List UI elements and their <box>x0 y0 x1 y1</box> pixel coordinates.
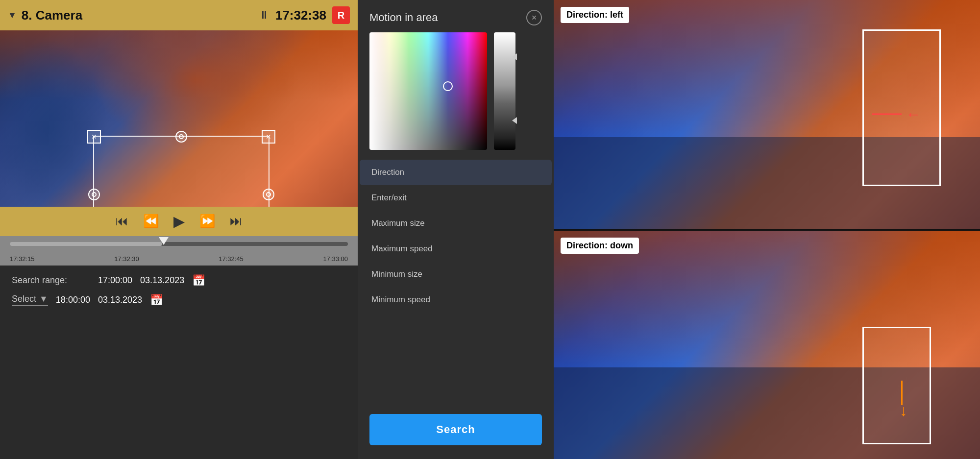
filter-item-min-size[interactable]: Minimum size <box>360 262 552 287</box>
playback-bar: ⏮ ⏪ ▶ ⏩ ⏭ <box>0 207 358 236</box>
hue-thumb-bottom[interactable] <box>512 117 517 124</box>
color-picker-area[interactable] <box>358 32 554 160</box>
edge-control-left[interactable] <box>88 189 100 200</box>
filter-list: Direction Enter/exit Maximum size Maximu… <box>358 160 554 404</box>
skip-back-button[interactable]: ⏮ <box>116 214 128 229</box>
select-chevron-icon: ▼ <box>39 294 48 304</box>
arrow-line-down <box>901 381 903 405</box>
search-button[interactable]: Search <box>369 414 542 445</box>
camera-header: ▼ 8. Camera ⏸ 17:32:38 R <box>0 0 358 30</box>
search-range-start-date: 03.13.2023 <box>140 275 184 286</box>
calendar-icon-end[interactable]: 📅 <box>150 294 163 307</box>
frame-back-button[interactable]: ⏪ <box>143 214 159 229</box>
middle-panel: Motion in area × Direction Enter/exit Ma… <box>358 0 554 459</box>
pause-icon[interactable]: ⏸ <box>259 9 270 22</box>
camera-timestamp: 17:32:38 <box>275 8 326 23</box>
timeline-bar[interactable]: 17:32:15 17:32:30 17:32:45 17:33:00 <box>0 236 358 266</box>
hue-slider[interactable] <box>494 32 515 150</box>
modal-header: Motion in area × <box>358 0 554 32</box>
modal-title: Motion in area <box>369 11 438 24</box>
camera-title: 8. Camera <box>22 8 82 23</box>
corner-control-tr[interactable]: ✕ <box>262 130 275 144</box>
timeline-label-start: 17:32:15 <box>10 255 35 263</box>
select-label: Select <box>12 294 36 304</box>
search-range-area: Search range: 17:00:00 03.13.2023 📅 Sele… <box>0 266 358 459</box>
hue-thumb-top[interactable] <box>512 53 517 60</box>
camera-title-area: ▼ 8. Camera <box>8 8 82 23</box>
search-range-row-1: Search range: 17:00:00 03.13.2023 📅 <box>12 274 346 287</box>
timeline-track[interactable] <box>10 242 348 246</box>
camera-time-area: ⏸ 17:32:38 R <box>259 6 350 24</box>
direction-arrow-left: ← <box>906 105 921 123</box>
video-area: ✕ ✕ ✕ ✕ <box>0 30 358 207</box>
preview-bottom-direction-label: Direction: down <box>561 238 639 254</box>
filter-item-max-size[interactable]: Maximum size <box>360 211 552 236</box>
timeline-thumb[interactable] <box>159 237 169 245</box>
left-panel: ▼ 8. Camera ⏸ 17:32:38 R ✕ ✕ ✕ ✕ ⏮ ⏪ ▶ ⏩… <box>0 0 358 459</box>
filter-item-direction[interactable]: Direction <box>360 160 552 185</box>
search-btn-container: Search <box>358 404 554 459</box>
preview-top-direction-label: Direction: left <box>561 7 629 23</box>
filter-item-enter-exit[interactable]: Enter/exit <box>360 185 552 211</box>
color-gradient-picker[interactable] <box>369 32 487 150</box>
search-range-start-time: 17:00:00 <box>98 275 132 286</box>
corner-control-tl[interactable]: ✕ <box>87 130 101 144</box>
detection-box-top <box>862 29 941 186</box>
edge-control-right[interactable] <box>263 189 274 200</box>
search-range-end-date: 03.13.2023 <box>98 295 142 305</box>
close-button[interactable]: × <box>526 10 542 25</box>
rec-badge: R <box>332 6 350 24</box>
edge-control-top[interactable] <box>175 131 187 143</box>
filter-item-max-speed[interactable]: Maximum speed <box>360 236 552 262</box>
skip-fwd-button[interactable]: ⏭ <box>230 214 243 229</box>
hue-slider-container[interactable] <box>494 32 515 150</box>
timeline-label-end: 17:33:00 <box>323 255 348 263</box>
timeline-labels: 17:32:15 17:32:30 17:32:45 17:33:00 <box>10 255 348 263</box>
select-dropdown-area[interactable]: Select ▼ <box>12 294 48 306</box>
camera-dropdown-icon[interactable]: ▼ <box>8 10 17 21</box>
detection-box-bottom <box>862 327 931 444</box>
play-button[interactable]: ▶ <box>173 213 185 230</box>
preview-bottom: Direction: down ↓ <box>554 231 980 459</box>
search-range-label: Search range: <box>12 275 90 286</box>
search-range-row-2: Select ▼ 18:00:00 03.13.2023 📅 <box>12 294 346 307</box>
timeline-progress <box>10 242 162 246</box>
calendar-icon-start[interactable]: 📅 <box>192 274 205 287</box>
timeline-label-mid2: 17:32:45 <box>219 255 244 263</box>
timeline-label-mid1: 17:32:30 <box>114 255 139 263</box>
filter-item-min-speed[interactable]: Minimum speed <box>360 287 552 313</box>
color-picker-circle[interactable] <box>443 81 453 91</box>
frame-fwd-button[interactable]: ⏩ <box>199 214 215 229</box>
preview-top: Direction: left ← <box>554 0 980 229</box>
arrow-line-left <box>872 114 902 115</box>
right-panel: Direction: left ← Direction: down ↓ <box>554 0 980 459</box>
selection-area[interactable]: ✕ ✕ ✕ ✕ <box>93 136 270 207</box>
search-range-end-time: 18:00:00 <box>56 295 90 305</box>
